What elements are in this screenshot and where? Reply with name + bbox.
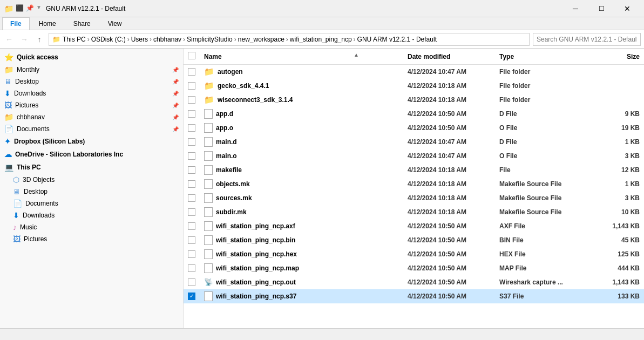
table-row[interactable]: makefile 4/12/2024 10:18 AM File 12 KB [184, 163, 644, 177]
sidebar-item-desktop-pc[interactable]: 🖥 Desktop [0, 186, 183, 198]
this-pc-header[interactable]: 💻 This PC [0, 161, 183, 174]
file-date: 4/12/2024 10:47 AM [408, 138, 499, 146]
checkbox-unchecked[interactable] [188, 194, 195, 202]
path-part-1[interactable]: This PC [63, 36, 86, 43]
table-row[interactable]: ✓ wifi_station_ping_ncp.s37 4/12/2024 10… [184, 289, 644, 303]
col-header-date[interactable]: Date modified [408, 53, 499, 60]
table-row[interactable]: objects.mk 4/12/2024 10:18 AM Makefile S… [184, 177, 644, 191]
table-row[interactable]: wifi_station_ping_ncp.axf 4/12/2024 10:5… [184, 219, 644, 233]
path-part-3[interactable]: Users [131, 36, 148, 43]
table-row[interactable]: 📁 gecko_sdk_4.4.1 4/12/2024 10:18 AM Fil… [184, 79, 644, 93]
tab-share[interactable]: Share [65, 17, 99, 30]
dropbox-header[interactable]: ✦ Dropbox (Silicon Labs) [0, 135, 183, 148]
up-button[interactable]: ↑ [33, 33, 45, 45]
select-all-checkbox[interactable] [188, 52, 195, 59]
file-name-text: wifi_station_ping_ncp.map [216, 264, 299, 272]
row-checkbox-15[interactable] [188, 278, 204, 286]
header-checkbox[interactable] [188, 52, 204, 61]
file-type: AXF File [499, 222, 596, 230]
table-row[interactable]: 📡 wifi_station_ping_ncp.out 4/12/2024 10… [184, 275, 644, 289]
row-checkbox-7[interactable] [188, 166, 204, 174]
row-checkbox-10[interactable] [188, 208, 204, 216]
row-checkbox-11[interactable] [188, 222, 204, 230]
forward-button[interactable]: → [18, 33, 30, 45]
row-checkbox-8[interactable] [188, 180, 204, 188]
col-header-type[interactable]: Type [499, 53, 596, 60]
sidebar-item-downloads-pc[interactable]: ⬇ Downloads [0, 209, 183, 221]
checkbox-unchecked[interactable] [188, 124, 195, 132]
window-controls[interactable]: ─ ☐ ✕ [563, 1, 640, 16]
path-part-6[interactable]: new_workspace [238, 36, 284, 43]
row-checkbox-2[interactable] [188, 96, 204, 104]
table-row[interactable]: main.o 4/12/2024 10:47 AM O File 3 KB [184, 149, 644, 163]
checkbox-unchecked[interactable] [188, 110, 195, 118]
sidebar-item-documents-qa[interactable]: 📄 Documents 📌 [0, 123, 183, 135]
sidebar-item-3d-objects[interactable]: ⬡ 3D Objects [0, 174, 183, 186]
table-row[interactable]: 📁 autogen 4/12/2024 10:47 AM File folder [184, 65, 644, 79]
search-input[interactable] [533, 33, 641, 46]
minimize-button[interactable]: ─ [563, 1, 588, 16]
row-checkbox-9[interactable] [188, 194, 204, 202]
quick-access-header[interactable]: ⭐ Quick access [0, 51, 183, 64]
sidebar-item-pictures-pc[interactable]: 🖼 Pictures [0, 233, 183, 245]
sidebar-item-music[interactable]: ♪ Music [0, 221, 183, 233]
row-checkbox-5[interactable] [188, 138, 204, 146]
sidebar-item-documents-pc[interactable]: 📄 Documents [0, 198, 183, 209]
checkbox-unchecked[interactable] [188, 82, 195, 90]
tab-home[interactable]: Home [31, 17, 64, 30]
path-part-5[interactable]: SimplicityStudio [187, 36, 233, 43]
row-checkbox-16[interactable]: ✓ [188, 293, 204, 300]
file-date: 4/12/2024 10:50 AM [408, 222, 499, 230]
row-checkbox-6[interactable] [188, 152, 204, 160]
table-row[interactable]: wifi_station_ping_ncp.bin 4/12/2024 10:5… [184, 233, 644, 247]
path-part-7[interactable]: wifi_station_ping_ncp [290, 36, 352, 43]
address-path[interactable]: 📁 This PC › OSDisk (C:) › Users › chbhan… [49, 33, 530, 46]
sidebar-item-pictures-qa[interactable]: 🖼 Pictures 📌 [0, 99, 183, 111]
table-row[interactable]: main.d 4/12/2024 10:47 AM D File 1 KB [184, 135, 644, 149]
row-checkbox-4[interactable] [188, 124, 204, 132]
table-row[interactable]: app.o 4/12/2024 10:50 AM O File 19 KB [184, 121, 644, 135]
row-checkbox-3[interactable] [188, 110, 204, 118]
sidebar-item-downloads-qa[interactable]: ⬇ Downloads 📌 [0, 87, 183, 99]
row-checkbox-14[interactable] [188, 264, 204, 272]
checkbox-unchecked[interactable] [188, 96, 195, 104]
file-type: MAP File [499, 264, 596, 272]
checkbox-unchecked[interactable] [188, 68, 195, 76]
table-row[interactable]: subdir.mk 4/12/2024 10:18 AM Makefile So… [184, 205, 644, 219]
back-button[interactable]: ← [3, 33, 15, 45]
checkbox-unchecked[interactable] [188, 166, 195, 174]
checkbox-unchecked[interactable] [188, 138, 195, 146]
checkbox-checked[interactable]: ✓ [188, 293, 195, 300]
checkbox-unchecked[interactable] [188, 264, 195, 272]
file-type: O File [499, 152, 596, 160]
row-checkbox-0[interactable] [188, 68, 204, 76]
checkbox-unchecked[interactable] [188, 250, 195, 258]
checkbox-unchecked[interactable] [188, 208, 195, 216]
checkbox-unchecked[interactable] [188, 236, 195, 244]
maximize-button[interactable]: ☐ [589, 1, 614, 16]
onedrive-header[interactable]: ☁ OneDrive - Silicon Laboratories Inc [0, 148, 183, 161]
path-part-4[interactable]: chbhanav [153, 36, 181, 43]
table-row[interactable]: 📁 wiseconnect3_sdk_3.1.4 4/12/2024 10:18… [184, 93, 644, 107]
path-part-8[interactable]: GNU ARM v12.2.1 - Default [357, 36, 437, 43]
tab-file[interactable]: File [2, 17, 30, 30]
row-checkbox-13[interactable] [188, 250, 204, 258]
checkbox-unchecked[interactable] [188, 152, 195, 160]
checkbox-unchecked[interactable] [188, 278, 195, 286]
col-header-size[interactable]: Size [596, 53, 640, 60]
table-row[interactable]: wifi_station_ping_ncp.hex 4/12/2024 10:5… [184, 247, 644, 261]
sidebar-item-monthly[interactable]: 📁 Monthly 📌 [0, 64, 183, 76]
row-checkbox-12[interactable] [188, 236, 204, 244]
col-header-name[interactable]: Name [204, 53, 408, 60]
checkbox-unchecked[interactable] [188, 222, 195, 230]
row-checkbox-1[interactable] [188, 82, 204, 90]
table-row[interactable]: wifi_station_ping_ncp.map 4/12/2024 10:5… [184, 261, 644, 275]
tab-view[interactable]: View [100, 17, 130, 30]
sidebar-item-desktop-qa[interactable]: 🖥 Desktop 📌 [0, 76, 183, 87]
table-row[interactable]: sources.mk 4/12/2024 10:18 AM Makefile S… [184, 191, 644, 205]
checkbox-unchecked[interactable] [188, 180, 195, 188]
sidebar-item-chbhanav[interactable]: 📁 chbhanav 📌 [0, 111, 183, 123]
table-row[interactable]: app.d 4/12/2024 10:50 AM D File 9 KB [184, 107, 644, 121]
path-part-2[interactable]: OSDisk (C:) [91, 36, 126, 43]
close-button[interactable]: ✕ [615, 1, 640, 16]
